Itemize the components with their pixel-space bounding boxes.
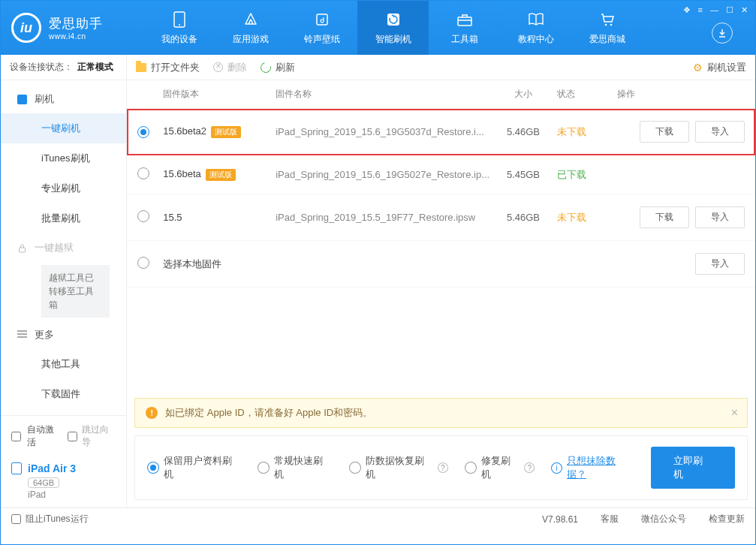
sidebar-item-itunes[interactable]: iTunes刷机 [1, 143, 126, 173]
delete-icon [213, 62, 223, 72]
sidebar-item-batch[interactable]: 批量刷机 [1, 203, 126, 233]
nav-store[interactable]: 爱思商城 [571, 1, 643, 55]
import-local-button[interactable]: 导入 [695, 253, 745, 275]
help-icon[interactable]: ? [438, 462, 448, 473]
opt-anti-recover[interactable]: 防数据恢复刷机 ? [349, 454, 448, 481]
apple-id-alert: ! 如已绑定 Apple ID，请准备好 Apple ID和密码。 × [134, 398, 748, 428]
sidebar-item-download-fw[interactable]: 下载固件 [1, 379, 126, 409]
menu-icon[interactable]: ≡ [698, 5, 703, 15]
flash-icon [384, 11, 402, 29]
info-icon: i [551, 462, 562, 474]
radio-icon [147, 462, 159, 474]
help-icon[interactable]: ? [524, 462, 535, 473]
firmware-row: 15.5 iPad_Spring_2019_15.5_19F77_Restore… [127, 194, 755, 241]
app-name: 爱思助手 [49, 15, 103, 32]
refresh-icon [259, 60, 273, 74]
app-logo: iu 爱思助手 www.i4.cn [1, 1, 143, 55]
nav-my-device[interactable]: 我的设备 [143, 1, 215, 55]
skip-guide-checkbox[interactable] [68, 432, 77, 441]
radio-select[interactable] [137, 210, 149, 222]
wechat-link[interactable]: 微信公众号 [641, 513, 686, 525]
opt-normal[interactable]: 常规快速刷机 [258, 454, 332, 481]
radio-icon [465, 462, 477, 474]
beta-badge: 测试版 [211, 126, 241, 138]
beta-badge: 测试版 [206, 169, 236, 181]
firmware-status: 已下载 [557, 168, 617, 182]
download-indicator[interactable] [712, 23, 733, 44]
firmware-version: 15.6beta2 [163, 125, 206, 137]
firmware-name: iPad_Spring_2019_15.6_19G5037d_Restore.i… [276, 126, 489, 137]
opt-repair[interactable]: 修复刷机 ? [465, 454, 535, 481]
sidebar-item-other-tools[interactable]: 其他工具 [1, 349, 126, 379]
skin-icon[interactable]: ❖ [683, 5, 691, 15]
firmware-status: 未下载 [557, 125, 617, 139]
sidebar-group-jailbreak: 一键越狱 [1, 233, 126, 262]
auto-activate-row: 自动激活 跳过向导 [1, 416, 126, 456]
alert-close-button[interactable]: × [731, 406, 738, 420]
book-icon [527, 11, 545, 29]
local-firmware-row: 选择本地固件 导入 [127, 241, 755, 288]
gear-icon: ⚙ [693, 62, 703, 74]
import-button[interactable]: 导入 [695, 206, 745, 228]
block-itunes[interactable]: 阻止iTunes运行 [11, 513, 89, 525]
firmware-size: 5.45GB [489, 169, 557, 180]
bars-icon [17, 330, 27, 340]
folder-icon [136, 63, 146, 72]
flash-options-bar: 保留用户资料刷机 常规快速刷机 防数据恢复刷机 ? 修复刷机 ? i 只想抹除数… [134, 435, 748, 500]
sidebar-group-more[interactable]: 更多 [1, 321, 126, 349]
radio-select[interactable] [137, 167, 149, 179]
auto-activate-checkbox[interactable] [11, 432, 21, 441]
app-domain: www.i4.cn [49, 32, 103, 41]
minimize-icon[interactable]: — [710, 5, 718, 15]
apps-icon [242, 11, 260, 29]
radio-select[interactable] [137, 126, 149, 138]
toolbox-icon [456, 11, 474, 29]
sidebar-item-advanced[interactable]: 高级功能 [1, 409, 126, 415]
firmware-size: 5.46GB [489, 126, 557, 137]
sidebar-group-flash[interactable]: 刷机 [1, 85, 126, 113]
import-button[interactable]: 导入 [695, 121, 745, 143]
opt-keep-data[interactable]: 保留用户资料刷机 [147, 454, 241, 481]
flash-settings-button[interactable]: ⚙ 刷机设置 [693, 61, 746, 74]
close-icon[interactable]: ✕ [741, 5, 748, 15]
nav-toolbox[interactable]: 工具箱 [429, 1, 500, 55]
statusbar: 阻止iTunes运行 V7.98.61 客服 微信公众号 检查更新 [1, 507, 755, 530]
version-label: V7.98.61 [542, 514, 578, 525]
download-button[interactable]: 下载 [640, 121, 689, 143]
block-itunes-checkbox[interactable] [11, 514, 21, 524]
device-info[interactable]: iPad Air 3 64GB iPad [1, 456, 126, 507]
nav-ringtone[interactable]: 铃声壁纸 [286, 1, 357, 55]
firmware-status: 未下载 [557, 211, 617, 224]
radio-local[interactable] [137, 257, 149, 269]
open-folder-button[interactable]: 打开文件夹 [136, 61, 200, 74]
square-icon [17, 95, 27, 104]
warning-icon: ! [146, 407, 158, 419]
maximize-icon[interactable]: ☐ [726, 5, 733, 15]
sidebar-item-oneclick[interactable]: 一键刷机 [1, 113, 126, 143]
nav-tutorial[interactable]: 教程中心 [500, 1, 571, 55]
sidebar-jailbreak-note: 越狱工具已转移至工具箱 [41, 265, 110, 318]
svg-point-5 [604, 23, 607, 26]
firmware-row: 15.6beta2测试版 iPad_Spring_2019_15.6_19G50… [127, 109, 755, 155]
svg-point-6 [610, 23, 612, 26]
connection-status: 设备连接状态： 正常模式 [1, 55, 126, 80]
customer-service-link[interactable]: 客服 [601, 513, 619, 525]
window-controls-area: ❖ ≡ — ☐ ✕ [676, 1, 755, 55]
download-button[interactable]: 下载 [640, 206, 689, 228]
check-update-link[interactable]: 检查更新 [709, 513, 745, 525]
flash-now-button[interactable]: 立即刷机 [651, 447, 735, 489]
refresh-button[interactable]: 刷新 [261, 61, 295, 74]
firmware-size: 5.46GB [489, 212, 557, 223]
sidebar-item-pro[interactable]: 专业刷机 [1, 173, 126, 203]
sidebar: 设备连接状态： 正常模式 刷机 一键刷机 iTunes刷机 专业刷机 批量刷机 … [1, 55, 127, 507]
nav-apps[interactable]: 应用游戏 [215, 1, 286, 55]
music-icon [313, 11, 331, 29]
erase-link[interactable]: i 只想抹除数据？ [551, 454, 634, 481]
delete-button[interactable]: 删除 [213, 61, 247, 74]
firmware-name: iPad_Spring_2019_15.5_19F77_Restore.ipsw [276, 212, 489, 223]
firmware-version: 15.6beta [163, 168, 201, 179]
nav-flash[interactable]: 智能刷机 [357, 1, 429, 55]
radio-icon [258, 462, 270, 474]
main-panel: 打开文件夹 删除 刷新 ⚙ 刷机设置 固件版本 固件名称 大小 状态 操作 [127, 55, 755, 507]
toolbar: 打开文件夹 删除 刷新 ⚙ 刷机设置 [127, 55, 755, 80]
